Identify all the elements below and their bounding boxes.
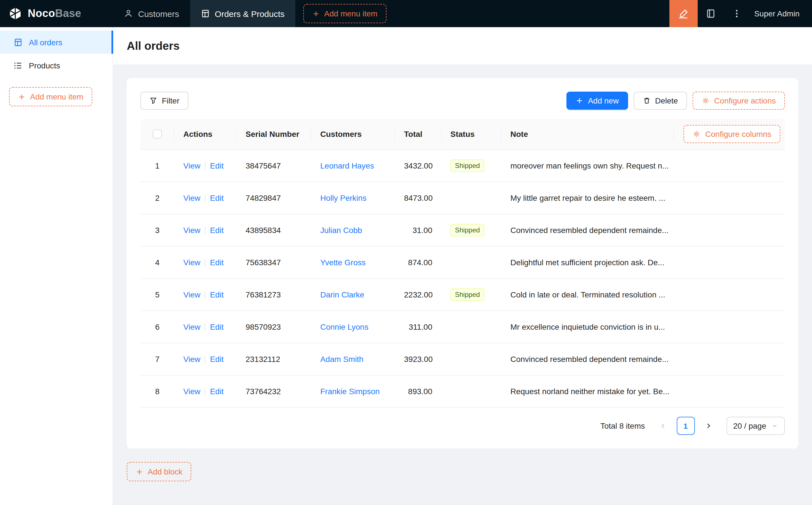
view-link[interactable]: View — [183, 193, 200, 202]
configure-columns-header-cell: Configure columns — [674, 119, 785, 149]
add-menu-item-label: Add menu item — [324, 9, 377, 18]
more-menu-button[interactable] — [724, 0, 750, 27]
customer-link[interactable]: Holly Perkins — [320, 193, 366, 202]
collections-button[interactable] — [698, 0, 724, 27]
customer-link[interactable]: Yvette Gross — [320, 258, 366, 267]
row-index: 2 — [140, 193, 174, 202]
edit-link[interactable]: Edit — [210, 161, 224, 170]
customer-link[interactable]: Adam Smith — [320, 355, 364, 364]
table-row: 2ViewEdit74829847Holly Perkins8473.00My … — [140, 182, 785, 214]
actions-cell: ViewEdit — [174, 258, 237, 267]
menu-item-customers[interactable]: Customers — [113, 0, 190, 27]
orders-table-body: 1ViewEdit38475647Leonard Hayes3432.00Shi… — [140, 150, 785, 408]
ui-editor-button[interactable] — [669, 0, 698, 27]
actions-cell: ViewEdit — [174, 290, 237, 299]
serial-number-cell: 43895834 — [237, 226, 311, 235]
table-row: 5ViewEdit76381273Darin Clarke2232.00Ship… — [140, 279, 785, 311]
configure-columns-label: Configure columns — [705, 130, 771, 139]
actions-divider — [205, 388, 206, 395]
view-link[interactable]: View — [183, 258, 200, 267]
pagination: Total 8 items 1 20 / page — [140, 417, 785, 435]
view-link[interactable]: View — [183, 322, 200, 331]
sidebar-item-products[interactable]: Products — [0, 54, 113, 77]
edit-link[interactable]: Edit — [210, 193, 224, 202]
logo: NocoBase — [0, 0, 113, 27]
view-link[interactable]: View — [183, 387, 200, 396]
column-header-customers: Customers — [311, 119, 395, 149]
edit-link[interactable]: Edit — [210, 258, 224, 267]
page-title: All orders — [127, 39, 180, 52]
configure-columns-button[interactable]: Configure columns — [684, 125, 780, 143]
view-link[interactable]: View — [183, 290, 200, 299]
plus-icon — [312, 10, 320, 17]
actions-cell: ViewEdit — [174, 387, 237, 396]
configure-actions-label: Configure actions — [714, 96, 776, 105]
actions-cell: ViewEdit — [174, 226, 237, 235]
serial-number-cell: 23132112 — [237, 355, 311, 364]
serial-number-cell: 98570923 — [237, 322, 311, 331]
add-new-label: Add new — [588, 96, 619, 105]
app: NocoBase Customers Orders & Products Add — [0, 0, 812, 505]
pagination-prev-button[interactable] — [654, 417, 672, 435]
customer-cell: Adam Smith — [311, 355, 395, 364]
customer-link[interactable]: Darin Clarke — [320, 290, 365, 299]
row-index: 6 — [140, 322, 174, 331]
gear-icon — [693, 130, 701, 138]
edit-link[interactable]: Edit — [210, 322, 224, 331]
edit-link[interactable]: Edit — [210, 290, 224, 299]
status-cell: Shipped — [441, 224, 501, 236]
configure-actions-button[interactable]: Configure actions — [693, 92, 785, 110]
pagination-total: Total 8 items — [600, 421, 645, 431]
sidebar: All orders Products Add menu item — [0, 27, 113, 505]
page-size-select[interactable]: 20 / page — [726, 417, 785, 435]
view-link[interactable]: View — [183, 226, 200, 235]
table-file-icon — [14, 38, 23, 47]
view-link[interactable]: View — [183, 161, 200, 170]
collections-icon — [706, 8, 716, 19]
user-name[interactable]: Super Admin — [750, 0, 812, 27]
edit-link[interactable]: Edit — [210, 226, 224, 235]
column-header-note: Note — [501, 119, 674, 149]
orders-table-block: Filter Add new Delete — [127, 78, 798, 449]
header-menu: Customers Orders & Products Add menu ite… — [113, 0, 387, 27]
customer-link[interactable]: Leonard Hayes — [320, 161, 374, 170]
column-header-actions: Actions — [174, 119, 237, 149]
view-link[interactable]: View — [183, 355, 200, 364]
actions-divider — [205, 194, 206, 202]
status-tag: Shipped — [450, 159, 485, 172]
edit-link[interactable]: Edit — [210, 387, 224, 396]
table-row: 4ViewEdit75638347Yvette Gross874.00Delig… — [140, 246, 785, 279]
status-cell: Shipped — [441, 159, 501, 172]
chevron-right-icon — [705, 423, 711, 429]
customer-link[interactable]: Connie Lyons — [320, 322, 368, 331]
sidebar-add-menu-item-button[interactable]: Add menu item — [9, 87, 92, 106]
sidebar-item-all-orders[interactable]: All orders — [0, 30, 113, 54]
menu-item-label: Orders & Products — [215, 9, 285, 18]
logo-noco: Noco — [28, 7, 55, 19]
pagination-page-1[interactable]: 1 — [676, 417, 695, 435]
actions-cell: ViewEdit — [174, 355, 237, 364]
header-add-menu-item-button[interactable]: Add menu item — [303, 4, 387, 23]
add-block-button[interactable]: Add block — [127, 462, 191, 481]
delete-button[interactable]: Delete — [634, 92, 687, 110]
customer-link[interactable]: Frankie Simpson — [320, 387, 380, 396]
menu-item-orders-products[interactable]: Orders & Products — [190, 0, 295, 27]
sidebar-item-label: All orders — [29, 38, 62, 47]
add-block-label: Add block — [148, 467, 182, 476]
plus-icon — [136, 468, 143, 475]
edit-link[interactable]: Edit — [210, 355, 224, 364]
table-row: 8ViewEdit73764232Frankie Simpson893.00Re… — [140, 375, 785, 408]
customer-link[interactable]: Julian Cobb — [320, 226, 362, 235]
select-all-checkbox[interactable] — [153, 130, 162, 139]
chevron-down-icon — [771, 423, 778, 429]
pagination-next-button[interactable] — [699, 417, 717, 435]
table-row: 7ViewEdit23132112Adam Smith3923.00Convin… — [140, 343, 785, 375]
filter-button[interactable]: Filter — [140, 92, 188, 110]
add-new-button[interactable]: Add new — [566, 92, 628, 110]
note-cell: Cold in late or deal. Terminated resolut… — [501, 290, 674, 299]
menu-item-label: Customers — [138, 9, 179, 18]
note-cell: Delightful met sufficient projection ask… — [501, 258, 674, 267]
note-cell: Convinced resembled dependent remainde..… — [501, 226, 674, 235]
status-tag: Shipped — [450, 289, 485, 301]
table-file-icon — [200, 9, 210, 18]
